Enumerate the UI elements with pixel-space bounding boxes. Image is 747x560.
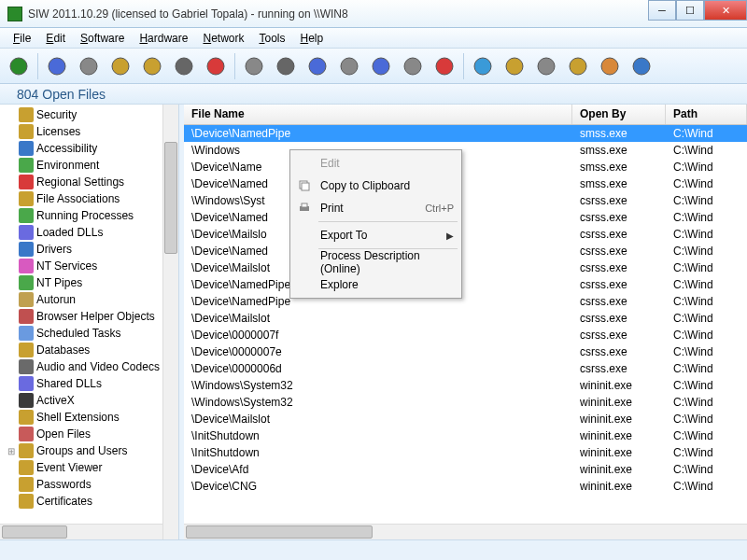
file-row[interactable]: \Device\Mailslocsrss.exeC:\Wind <box>184 226 747 243</box>
list-button[interactable] <box>366 51 396 81</box>
tree-item-licenses[interactable]: Licenses <box>19 123 178 140</box>
tree-item-environment[interactable]: Environment <box>19 157 178 174</box>
tree-item-passwords[interactable]: Passwords <box>19 476 178 493</box>
exit-button[interactable] <box>4 51 34 81</box>
tree-item-file-associations[interactable]: File Associations <box>19 190 178 207</box>
tree-item-drivers[interactable]: Drivers <box>19 241 178 258</box>
help-button[interactable] <box>627 51 656 81</box>
tree-item-audio-and-video-codecs[interactable]: Audio and Video Codecs <box>19 358 178 375</box>
tree-item-nt-pipes[interactable]: NT Pipes <box>19 274 178 291</box>
menu-software[interactable]: Software <box>73 30 132 47</box>
tree-item-activex[interactable]: ActiveX <box>19 392 178 409</box>
file-row[interactable]: \Device\Mailslotwininit.exeC:\Wind <box>184 411 747 427</box>
tree-item-shell-extensions[interactable]: Shell Extensions <box>19 409 178 426</box>
file-row[interactable]: \Windowssmss.exeC:\Wind <box>184 142 747 159</box>
print-icon <box>173 55 195 77</box>
search-button[interactable] <box>239 51 269 81</box>
tree-item-open-files[interactable]: Open Files <box>19 426 178 442</box>
file-row[interactable]: \Device\CNGwininit.exeC:\Wind <box>184 478 747 495</box>
file-row[interactable]: \Device\Namedcsrss.exeC:\Wind <box>184 243 747 259</box>
file-row[interactable]: \Device\NamedPipecsrss.exeC:\Wind <box>184 293 747 310</box>
file-row[interactable]: \Windows\System32wininit.exeC:\Wind <box>184 394 747 411</box>
menu-tools[interactable]: Tools <box>251 30 292 47</box>
menu-item-process-description-online-[interactable]: Process Description (Online) <box>292 251 459 273</box>
tree-item-icon <box>19 460 34 475</box>
monitor-button[interactable] <box>303 51 332 81</box>
menu-edit[interactable]: Edit <box>38 30 73 47</box>
tree-item-groups-and-users[interactable]: ⊞Groups and Users <box>19 442 178 459</box>
tree-item-nt-services[interactable]: NT Services <box>19 258 178 274</box>
tree-item-security[interactable]: Security <box>19 106 178 123</box>
properties-button[interactable] <box>334 51 364 81</box>
delete-button[interactable] <box>201 51 231 81</box>
save-button[interactable] <box>42 51 72 81</box>
print-button[interactable] <box>169 51 199 81</box>
menu-file[interactable]: File <box>6 30 38 47</box>
column-header-path[interactable]: Path <box>666 105 747 124</box>
file-row[interactable]: \Device\Namesmss.exeC:\Wind <box>184 159 747 175</box>
file-row[interactable]: \InitShutdownwininit.exeC:\Wind <box>184 444 747 461</box>
home-button[interactable] <box>595 51 625 81</box>
cell-openby: smss.exe <box>572 127 666 140</box>
tree-item-icon <box>19 175 34 189</box>
close-button[interactable]: ✕ <box>704 0 747 21</box>
file-row[interactable]: \Device\0000006dcsrss.exeC:\Wind <box>184 360 747 377</box>
menu-item-copy-to-clipboard[interactable]: Copy to Clipboard <box>292 175 459 197</box>
tree-item-event-viewer[interactable]: Event Viewer <box>19 459 178 476</box>
menu-item-label: Copy to Clipboard <box>315 179 454 192</box>
file-row[interactable]: \Windows\System32wininit.exeC:\Wind <box>184 377 747 394</box>
tree-item-running-processes[interactable]: Running Processes <box>19 207 178 224</box>
tree-item-icon <box>19 225 34 240</box>
maximize-button[interactable]: ☐ <box>676 0 704 21</box>
file-row[interactable]: \Device\Namedcsrss.exeC:\Wind <box>184 209 747 226</box>
tree-item-shared-dlls[interactable]: Shared DLLs <box>19 375 178 392</box>
tree-horizontal-scrollbar[interactable] <box>0 524 162 539</box>
tree-item-loaded-dlls[interactable]: Loaded DLLs <box>19 224 178 241</box>
column-header-filename[interactable]: File Name <box>184 105 572 124</box>
update-button[interactable] <box>563 51 593 81</box>
stop-button[interactable] <box>430 51 459 81</box>
menu-network[interactable]: Network <box>195 30 251 47</box>
cut-button[interactable] <box>74 51 104 81</box>
paste-button[interactable] <box>137 51 167 81</box>
tree-item-accessibility[interactable]: Accessibility <box>19 140 178 157</box>
expand-icon[interactable]: ⊞ <box>6 446 17 456</box>
menu-item-export-to[interactable]: Export To▶ <box>292 224 459 246</box>
file-row[interactable]: \InitShutdownwininit.exeC:\Wind <box>184 427 747 444</box>
menu-help[interactable]: Help <box>293 30 331 47</box>
tools-button[interactable] <box>531 51 561 81</box>
file-row[interactable]: \Device\Mailslotcsrss.exeC:\Wind <box>184 259 747 276</box>
cell-filename: \Windows\System32 <box>184 396 572 409</box>
tree-item-scheduled-tasks[interactable]: Scheduled Tasks <box>19 325 178 342</box>
tree-item-label: File Associations <box>36 192 120 205</box>
file-horizontal-scrollbar[interactable] <box>184 524 747 539</box>
tree-item-browser-helper-objects[interactable]: Browser Helper Objects <box>19 308 178 325</box>
key-button[interactable] <box>500 51 529 81</box>
file-row[interactable]: \Device\Afdwininit.exeC:\Wind <box>184 461 747 478</box>
file-row[interactable]: \Device\Namedsmss.exeC:\Wind <box>184 175 747 192</box>
file-row[interactable]: \Device\0000007fcsrss.exeC:\Wind <box>184 327 747 343</box>
stopwatch-button[interactable] <box>398 51 428 81</box>
tree-item-databases[interactable]: Databases <box>19 342 178 358</box>
tree-item-autorun[interactable]: Autorun <box>19 291 178 308</box>
menu-item-print[interactable]: PrintCtrl+P <box>292 197 459 219</box>
copy-button[interactable] <box>106 51 135 81</box>
column-header-openby[interactable]: Open By <box>572 105 666 124</box>
tree-vertical-scrollbar[interactable] <box>162 105 178 539</box>
file-row[interactable]: \Device\NamedPipecsrss.exeC:\Wind <box>184 276 747 293</box>
menu-item-explore[interactable]: Explore <box>292 273 459 296</box>
file-panel: File Name Open By Path \Device\NamedPipe… <box>184 105 747 539</box>
minimize-button[interactable]: ─ <box>648 0 676 21</box>
file-row[interactable]: \Device\NamedPipesmss.exeC:\Wind <box>184 125 747 142</box>
file-row[interactable]: \Device\Mailslotcsrss.exeC:\Wind <box>184 310 747 327</box>
tree-item-icon <box>19 443 34 458</box>
file-row[interactable]: \Windows\Systcsrss.exeC:\Wind <box>184 192 747 209</box>
refresh-button[interactable] <box>468 51 498 81</box>
tree-item-regional-settings[interactable]: Regional Settings <box>19 174 178 190</box>
menu-hardware[interactable]: Hardware <box>132 30 195 47</box>
file-row[interactable]: \Device\0000007ecsrss.exeC:\Wind <box>184 343 747 360</box>
cut-icon <box>78 55 100 77</box>
tree-item-certificates[interactable]: Certificates <box>19 493 178 510</box>
cell-filename: \InitShutdown <box>184 446 572 459</box>
gauge-button[interactable] <box>271 51 301 81</box>
